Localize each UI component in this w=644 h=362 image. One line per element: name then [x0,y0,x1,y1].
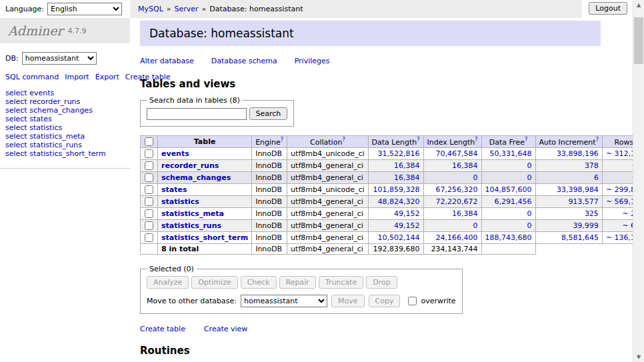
move-db-select[interactable]: homeassistant [241,295,327,307]
column-help-link[interactable]: ? [417,137,419,143]
data-length-link[interactable]: 10,502,144 [378,233,420,242]
row-checkbox[interactable] [145,197,153,206]
index-length-link[interactable]: 0 [473,173,478,182]
data-free-link[interactable]: 0 [527,161,532,170]
tables-body: events InnoDB utf8mb4_unicode_ci 31,522,… [141,148,644,244]
table-name-link[interactable]: statistics_meta [161,209,224,218]
table-header-row: Table Engine?Collation?Data Length?Index… [141,136,644,148]
scrollbar-up-arrow-icon[interactable] [633,0,644,10]
row-checkbox[interactable] [145,149,153,158]
data-length-link[interactable]: 101,859,328 [373,185,420,194]
data-length-link[interactable]: 16,384 [394,161,420,170]
total-row: 8 in total InnoDB utf8mb4_general_ci 192… [141,244,644,255]
data-free-link[interactable]: 50,331,648 [490,149,532,158]
scrollbar[interactable] [633,0,644,362]
adminer-window: Language: English Adminer 4.7.9 DB: home… [0,0,644,362]
auto-increment-link[interactable]: 913,577 [568,197,599,206]
index-length-link[interactable]: 72,220,672 [436,197,478,206]
auto-increment-link[interactable]: 325 [585,209,599,218]
column-help-link[interactable]: ? [475,137,477,143]
language-select[interactable]: English [47,3,122,15]
collation-cell: utf8mb4_general_ci [287,160,368,172]
auto-increment-link[interactable]: 39,999 [573,221,599,230]
scrollbar-thumb[interactable] [634,17,643,64]
sidebar-action-link[interactable]: Import [65,73,89,81]
sidebar-table-link[interactable]: select states [5,115,125,124]
data-free-link[interactable]: 0 [527,221,532,230]
table-name-link[interactable]: events [161,149,189,158]
data-length-link[interactable]: 49,152 [394,221,420,230]
index-length-link[interactable]: 70,467,584 [436,149,478,158]
table-name-link[interactable]: states [161,185,187,194]
row-checkbox[interactable] [145,161,153,170]
move-button[interactable]: Move [331,295,365,307]
bulk-action-button[interactable]: Optimize [191,276,237,289]
db-select[interactable]: homeassistant [22,52,97,65]
column-help-link[interactable]: ? [342,137,345,143]
column-help-link[interactable]: ? [525,137,527,143]
bulk-action-button[interactable]: Analyze [147,276,189,289]
index-length-link[interactable]: 24,166,400 [436,233,478,242]
row-checkbox[interactable] [145,221,153,230]
auto-increment-link[interactable]: 33,398,984 [557,185,599,194]
table-name-link[interactable]: statistics_short_term [161,233,248,242]
bulk-action-button[interactable]: Truncate [319,276,363,289]
row-checkbox[interactable] [145,233,153,242]
sidebar-table-link[interactable]: select schema_changes [5,107,125,115]
index-length-link[interactable]: 67,256,320 [436,185,478,194]
sidebar-action-link[interactable]: Export [95,73,119,81]
table-row: recorder_runs InnoDB utf8mb4_general_ci … [141,160,644,172]
adminer-logo[interactable]: Adminer [8,23,63,38]
db-nav-link[interactable]: Privileges [295,57,330,65]
db-nav-link[interactable]: Alter database [140,57,194,65]
breadcrumb-link[interactable]: Server [175,5,199,13]
bulk-action-button[interactable]: Repair [279,276,316,289]
data-free-link[interactable]: 0 [527,209,532,218]
sidebar-table-link[interactable]: select statistics [5,124,125,133]
create-link[interactable]: Create table [140,325,185,333]
auto-increment-link[interactable]: 6 [594,173,599,182]
row-checkbox-cell [141,232,158,244]
row-checkbox[interactable] [145,209,153,218]
create-link[interactable]: Create view [204,325,247,333]
data-length-link[interactable]: 49,152 [394,209,420,218]
data-length-link[interactable]: 16,384 [394,173,420,182]
logout-button[interactable]: Logout [589,2,627,15]
sidebar-table-link[interactable]: select statistics_runs [5,141,125,150]
select-all-checkbox[interactable] [145,137,153,146]
bulk-action-button[interactable]: Check [241,276,277,289]
data-length-cell: 10,502,144 [368,232,423,244]
data-free-link[interactable]: 104,857,600 [485,185,532,194]
sidebar-action-link[interactable]: SQL command [5,73,59,81]
column-header: Auto Increment? [535,136,602,148]
data-length-link[interactable]: 48,824,320 [378,197,420,206]
search-button[interactable]: Search [249,107,288,120]
breadcrumb-link[interactable]: MySQL [138,5,163,13]
copy-button[interactable]: Copy [369,295,401,307]
data-free-link[interactable]: 188,743,680 [485,233,532,242]
data-length-link[interactable]: 31,522,816 [378,149,420,158]
sidebar-table-link[interactable]: select statistics_meta [5,133,125,141]
column-help-link[interactable]: ? [596,137,599,143]
index-length-link[interactable]: 16,384 [452,161,478,170]
table-name-link[interactable]: schema_changes [161,173,231,182]
auto-increment-link[interactable]: 378 [585,161,599,170]
table-name-link[interactable]: statistics_runs [161,221,221,230]
sidebar-table-link[interactable]: select statistics_short_term [5,150,125,159]
index-length-link[interactable]: 16,384 [452,209,478,218]
row-checkbox[interactable] [145,185,153,194]
overwrite-checkbox[interactable] [408,297,417,305]
search-input[interactable] [147,108,247,120]
column-help-link[interactable]: ? [281,137,283,143]
bulk-action-button[interactable]: Drop [366,276,397,289]
table-name-link[interactable]: statistics [161,197,199,206]
data-free-link[interactable]: 6,291,456 [495,197,532,206]
db-nav-link[interactable]: Database schema [211,57,277,65]
row-checkbox[interactable] [145,173,153,182]
index-length-link[interactable]: 0 [473,221,478,230]
table-name-link[interactable]: recorder_runs [161,161,219,170]
auto-increment-link[interactable]: 33,898,196 [557,149,599,158]
data-free-link[interactable]: 0 [527,173,532,182]
auto-increment-link[interactable]: 8,581,645 [561,233,599,242]
scrollbar-down-arrow-icon[interactable] [633,352,644,362]
